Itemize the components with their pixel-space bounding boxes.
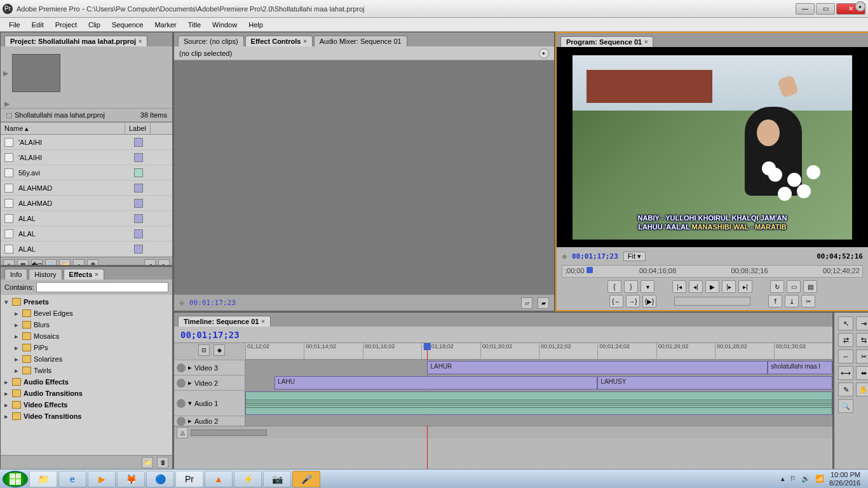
column-label[interactable]: Label [125,123,151,134]
tree-folder-video-effects[interactable]: ▸Video Effects [1,399,172,410]
project-item[interactable]: 'ALAIHI [1,150,172,165]
project-item[interactable]: ALAL [1,211,172,226]
tree-folder-presets[interactable]: ▾Presets [1,296,172,308]
mark-out-button[interactable]: } [624,280,638,293]
program-video-display[interactable]: NABIY - YULLOHI KHOIRUL KHALQI JAM'AN LA… [557,47,868,247]
effects-tab[interactable]: Effects× [64,269,104,280]
disclosure-closed-icon[interactable]: ▸ [13,309,20,318]
delete-button[interactable]: 🗑 [157,457,168,468]
tree-folder[interactable]: ▸Blurs [1,319,172,330]
extract-button[interactable]: ⤓ [785,295,799,308]
playhead-icon[interactable] [587,266,593,277]
menu-sequence[interactable]: Sequence [107,20,149,30]
slide-tool[interactable]: ⬌ [856,366,868,380]
zoom-slider-handle[interactable]: △ [177,427,188,438]
program-current-timecode[interactable]: 00;01;17;23 [572,252,618,261]
track-select-tool[interactable]: ⇥ [856,316,868,330]
menu-file[interactable]: File [4,20,25,30]
tree-folder[interactable]: ▸PiPs [1,342,172,353]
go-to-out-button[interactable]: ▸| [738,280,752,293]
timeline-current-timecode[interactable]: 00;01;17;23 [180,330,240,340]
new-bin-button[interactable]: 📁 [59,259,71,266]
project-tab[interactable]: Project: Shollatullahi maa lahat.prproj× [4,36,147,46]
program-tab[interactable]: Program: Sequence 01× [560,36,653,47]
icon-view-button[interactable]: ▦ [17,259,29,266]
menu-window[interactable]: Window [207,20,242,30]
play-button[interactable]: ▶ [705,280,719,293]
column-name[interactable]: Name▴ [1,123,125,134]
step-forward-button[interactable]: |▸ [722,280,736,293]
timeline-ruler[interactable]: 01;12;02 00;01;14;02 00;01;16;02 00;01;1… [245,343,832,360]
play-icon[interactable]: ▶ [1,100,172,108]
menu-project[interactable]: Project [50,20,82,30]
slip-tool[interactable]: ⟷ [838,366,853,380]
rolling-edit-tool[interactable]: ⇆ [856,333,868,347]
jog-control[interactable] [674,297,750,306]
project-item[interactable]: ALAL [1,226,172,241]
taskbar-firefox[interactable]: 🦊 [117,471,145,487]
track-audio-2[interactable]: ▸Audio 2 [174,416,832,426]
tray-show-hidden-icon[interactable]: ▴ [781,475,785,483]
taskbar-wmp[interactable]: ▶ [88,471,116,487]
razor-tool[interactable]: ✂ [856,349,868,363]
tray-flag-icon[interactable]: ⚐ [790,475,796,483]
selection-tool[interactable]: ↖ [838,316,853,330]
close-icon[interactable]: × [644,39,648,45]
timeline-clip[interactable]: LAHU [275,376,597,390]
effects-search-input[interactable] [36,282,168,292]
mark-in-button[interactable]: { [607,280,621,293]
find-button[interactable]: 🔍 [45,259,57,266]
timeline-audio-clip[interactable] [245,391,832,415]
track-mute-icon[interactable] [177,399,186,408]
menu-edit[interactable]: Edit [27,20,49,30]
audio-mixer-tab[interactable]: Audio Mixer: Sequence 01 [314,36,407,46]
loop-button[interactable]: ↻ [770,280,784,293]
zoom-tool[interactable]: 🔍 [838,399,853,413]
menu-clip[interactable]: Clip [83,20,105,30]
hand-tool[interactable]: ✋ [856,383,868,396]
taskbar-winamp[interactable]: ⚡ [234,471,262,487]
close-icon[interactable]: × [303,38,306,44]
taskbar-vlc[interactable]: ▲ [205,471,233,487]
delete-button[interactable]: 🗑 [87,259,98,266]
menu-title[interactable]: Title [183,20,206,30]
tree-folder-audio-effects[interactable]: ▸Audio Effects [1,376,172,388]
project-item[interactable]: ALAHMAD [1,196,172,211]
keyframe-icon[interactable]: ◆ [562,252,567,261]
trim-button[interactable]: ✂ [801,295,815,308]
track-mute-icon[interactable] [177,417,186,426]
track-visibility-icon[interactable] [177,379,186,388]
project-item[interactable]: ALAL [1,241,172,257]
list-view-button[interactable]: ≡ [3,259,15,266]
lift-button[interactable]: ⤒ [768,295,782,308]
play-button[interactable]: ▸ [158,259,170,266]
zoom-in-button[interactable]: ▰ [538,297,549,309]
go-next-marker-button[interactable]: →} [626,295,640,308]
track-audio-1[interactable]: ▾Audio 1 [174,390,832,416]
close-icon[interactable]: × [139,38,142,44]
taskbar-app[interactable]: 🎤 [292,471,320,487]
timeline-clip[interactable]: LAHUSY [597,376,832,390]
new-item-button[interactable]: ▫ [73,259,85,266]
disclosure-open-icon[interactable]: ▾ [3,298,10,306]
menu-marker[interactable]: Marker [149,20,181,30]
taskbar-ie[interactable]: e [58,471,86,487]
tray-clock[interactable]: 10:00 PM 8/26/2016 [829,471,860,486]
start-button[interactable] [3,471,28,487]
tray-network-icon[interactable]: 📶 [815,475,824,483]
tree-folder-video-transitions[interactable]: ▸Video Transitions [1,410,172,422]
rate-stretch-tool[interactable]: ↔ [838,349,853,363]
tray-volume-icon[interactable]: 🔊 [801,475,810,483]
timeline-tab[interactable]: Timeline: Sequence 01× [178,316,271,327]
tree-folder[interactable]: ▸Mosaics [1,330,172,342]
play-icon[interactable]: ▶ [3,69,8,78]
close-icon[interactable]: × [261,318,264,325]
track-video-2[interactable]: ▸Video 2 LAHU LAHUSY [174,375,832,390]
output-button[interactable]: ▤ [803,280,817,293]
step-back-button[interactable]: ◂| [689,280,703,293]
timeline-clip[interactable]: sholatullahi maa l [768,361,832,374]
new-bin-button[interactable]: 📁 [142,457,153,468]
project-item-list[interactable]: 'ALAIHI 'ALAIHI 56y.avi ALAHMAD ALAHMAD … [1,135,172,257]
project-item[interactable]: 'ALAIHI [1,135,172,150]
tree-folder-audio-transitions[interactable]: ▸Audio Transitions [1,388,172,399]
